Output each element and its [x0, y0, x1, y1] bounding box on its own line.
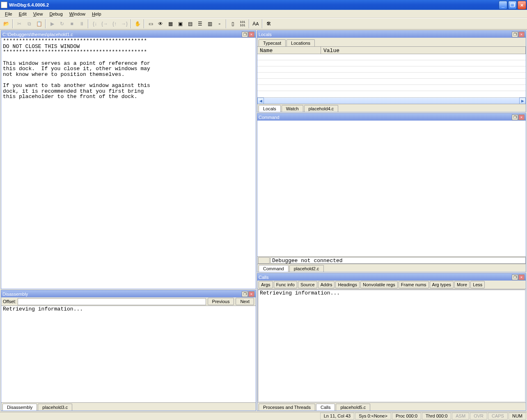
disassembly-panel-header[interactable]: Disassembly ❐ × [1, 290, 256, 297]
horizontal-scrollbar[interactable]: ◀ ▶ [257, 97, 526, 104]
locals-panel-title: Locals [259, 32, 272, 37]
tab-disassembly[interactable]: Disassembly [2, 404, 37, 411]
disassembly-body[interactable]: Retrieving information... [1, 306, 256, 402]
status-ovr: OVR [470, 413, 487, 420]
status-proc: Proc 000:0 [392, 413, 421, 420]
workspace: C:\Debuggers\themes\placehold1.c ❐ × ***… [0, 30, 527, 412]
calls-btn-addrs[interactable]: Addrs [318, 281, 335, 288]
status-caps: CAPS [488, 413, 508, 420]
table-row [257, 60, 526, 66]
table-row [257, 79, 526, 85]
previous-button[interactable]: Previous [208, 298, 234, 305]
source-panel-title: C:\Debuggers\themes\placehold1.c [2, 32, 73, 37]
close-icon[interactable]: × [248, 291, 254, 297]
calls-panel: Calls ❐ × Args Func info Source Addrs He… [257, 273, 526, 411]
column-name[interactable]: Name [257, 47, 321, 54]
close-icon[interactable]: × [518, 32, 525, 37]
run-to-icon: →} [120, 19, 129, 28]
tab-processes-threads[interactable]: Processes and Threads [259, 404, 315, 411]
menu-edit[interactable]: Edit [16, 11, 30, 17]
tab-calls[interactable]: Calls [316, 404, 335, 411]
tab-typecast[interactable]: Typecast [259, 39, 286, 46]
status-thrd: Thrd 000:0 [422, 413, 451, 420]
calls-btn-funcinfo[interactable]: Func info [274, 281, 297, 288]
locals-panel: Locals ❐ × Typecast Locations Name Value [257, 30, 526, 112]
step-out-icon: {↑ [110, 19, 119, 28]
menu-debug[interactable]: Debug [46, 11, 66, 17]
status-bar: Ln 11, Col 43 Sys 0:<None> Proc 000:0 Th… [0, 412, 527, 420]
tab-locations[interactable]: Locations [286, 39, 315, 46]
tab-placehold5[interactable]: placehold5.c [336, 404, 370, 411]
source-body[interactable]: ****************************************… [1, 38, 256, 289]
registers-window-icon[interactable]: ▣ [176, 19, 185, 28]
breakpoint-icon[interactable]: ✋ [133, 19, 142, 28]
status-lncol: Ln 11, Col 43 [320, 413, 354, 420]
tab-placehold2[interactable]: placehold2.c [289, 265, 324, 272]
tab-watch[interactable]: Watch [282, 105, 303, 112]
scroll-right-icon[interactable]: ▶ [519, 98, 526, 104]
memory-window-icon[interactable]: ▤ [186, 19, 195, 28]
scratch-window-icon[interactable]: ▫ [215, 19, 224, 28]
locals-panel-header[interactable]: Locals ❐ × [257, 31, 526, 38]
table-row [257, 66, 526, 73]
locals-window-icon[interactable]: ▦ [166, 19, 175, 28]
tab-command[interactable]: Command [259, 265, 289, 272]
calls-btn-source[interactable]: Source [298, 281, 317, 288]
command-status: Debuggee not connected [270, 257, 526, 264]
calls-btn-argtypes[interactable]: Arg types [430, 281, 454, 288]
restore-icon[interactable]: ❐ [512, 32, 518, 37]
menu-help[interactable]: Help [89, 11, 105, 17]
calls-panel-header[interactable]: Calls ❐ × [257, 274, 526, 281]
close-button[interactable]: × [518, 1, 526, 9]
restore-icon[interactable]: ❐ [242, 291, 248, 297]
minimize-button[interactable]: _ [499, 1, 507, 9]
watch-window-icon[interactable]: 👁 [156, 19, 165, 28]
tab-locals[interactable]: Locals [259, 105, 281, 112]
disasm-window-icon[interactable]: ▥ [205, 19, 214, 28]
font-icon[interactable]: AA [251, 19, 260, 28]
calls-btn-headings[interactable]: Headings [335, 281, 359, 288]
calls-btn-more[interactable]: More [454, 281, 470, 288]
source-panel-header[interactable]: C:\Debuggers\themes\placehold1.c ❐ × [1, 31, 256, 38]
restore-icon[interactable]: ❐ [242, 32, 248, 37]
maximize-button[interactable]: ❐ [508, 1, 517, 9]
source-mode-icon[interactable]: ▯ [228, 19, 237, 28]
command-output[interactable] [257, 121, 526, 256]
app-title: WinDbg:6.4.0006.2 [9, 2, 49, 7]
step-over-icon: {→ [100, 19, 109, 28]
tab-placehold4[interactable]: placehold4.c [304, 105, 339, 112]
restore-icon[interactable]: ❐ [512, 114, 518, 120]
close-icon[interactable]: × [518, 114, 525, 120]
close-icon[interactable]: × [518, 274, 525, 280]
calls-btn-nonvolatile[interactable]: Nonvolatile regs [360, 281, 398, 288]
command-panel-title: Command [259, 115, 280, 120]
scroll-left-icon[interactable]: ◀ [257, 98, 264, 104]
calls-btn-framenums[interactable]: Frame nums [399, 281, 429, 288]
locals-grid-body[interactable] [257, 54, 526, 97]
close-icon[interactable]: × [248, 32, 254, 37]
calls-body[interactable]: Retrieving information... [258, 290, 525, 402]
cut-icon: ✂ [15, 19, 24, 28]
column-value[interactable]: Value [321, 47, 526, 54]
tab-placehold3[interactable]: placehold3.c [38, 404, 72, 411]
callstack-window-icon[interactable]: ☰ [195, 19, 204, 28]
restore-icon[interactable]: ❐ [512, 274, 518, 280]
table-row [257, 73, 526, 79]
menu-file[interactable]: File [2, 11, 16, 17]
command-panel: Command ❐ × Debuggee not connected Comma… [257, 113, 526, 272]
locals-grid-header: Name Value [257, 47, 526, 54]
table-row [257, 54, 526, 60]
menu-view[interactable]: View [30, 11, 46, 17]
next-button[interactable]: Next [236, 298, 254, 305]
binary-icon[interactable]: 101101 [238, 19, 247, 28]
open-icon[interactable]: 📂 [2, 19, 11, 28]
status-sys: Sys 0:<None> [355, 413, 391, 420]
status-num: NUM [509, 413, 526, 420]
calls-btn-less[interactable]: Less [470, 281, 485, 288]
command-panel-header[interactable]: Command ❐ × [257, 114, 526, 121]
options-icon[interactable]: 🛠 [264, 19, 273, 28]
command-window-icon[interactable]: ▭ [146, 19, 155, 28]
offset-input[interactable] [18, 298, 206, 305]
calls-btn-args[interactable]: Args [259, 281, 273, 288]
menu-window[interactable]: Window [66, 11, 89, 17]
